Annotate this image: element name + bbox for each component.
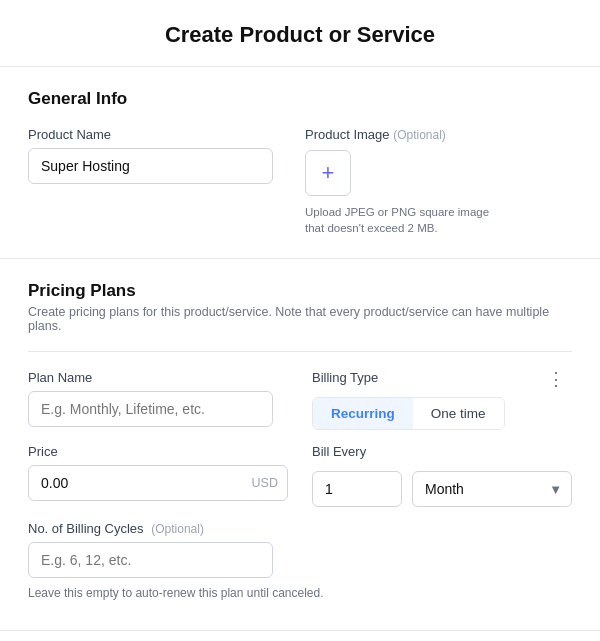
- plan-name-input[interactable]: [28, 391, 273, 427]
- billing-type-group: Billing Type Recurring One time: [312, 370, 572, 430]
- plan-name-group: Plan Name: [28, 370, 288, 427]
- plan-more-button[interactable]: ⋮: [541, 368, 572, 390]
- add-plan-section: + Add Another Plan: [0, 630, 600, 641]
- billing-cycles-input[interactable]: [28, 542, 273, 578]
- image-upload-button[interactable]: +: [305, 150, 351, 196]
- bill-every-group: Bill Every Day Week Month Year ▼: [312, 444, 572, 507]
- billing-type-label: Billing Type: [312, 370, 572, 385]
- plan-name-label: Plan Name: [28, 370, 288, 385]
- image-hint: Upload JPEG or PNG square image that doe…: [305, 204, 505, 236]
- product-name-group: Product Name: [28, 127, 273, 184]
- billing-cycles-group: No. of Billing Cycles (Optional): [28, 521, 273, 578]
- general-info-section: General Info Product Name Product Image …: [0, 67, 600, 258]
- pricing-plans-subtitle: Create pricing plans for this product/se…: [28, 305, 572, 333]
- bill-every-row: Day Week Month Year ▼: [312, 471, 572, 507]
- billing-cycles-label: No. of Billing Cycles (Optional): [28, 521, 273, 536]
- product-image-group: Product Image (Optional) + Upload JPEG o…: [305, 127, 505, 236]
- product-name-input[interactable]: [28, 148, 273, 184]
- product-image-label: Product Image (Optional): [305, 127, 505, 142]
- pricing-plans-title: Pricing Plans: [28, 281, 572, 301]
- billing-type-onetime-btn[interactable]: One time: [413, 398, 504, 429]
- plan-name-billing-row: Plan Name Billing Type Recurring One tim…: [28, 370, 572, 430]
- price-input[interactable]: [28, 465, 288, 501]
- price-bill-every-row: Price USD Bill Every Day Week Month Yea: [28, 444, 572, 507]
- bill-every-label: Bill Every: [312, 444, 572, 459]
- plan-card: ⋮ Plan Name Billing Type Recurring One t…: [28, 351, 572, 620]
- price-label: Price: [28, 444, 288, 459]
- product-name-label: Product Name: [28, 127, 273, 142]
- bill-every-input[interactable]: [312, 471, 402, 507]
- billing-type-toggle: Recurring One time: [312, 397, 505, 430]
- price-group: Price USD: [28, 444, 288, 501]
- billing-cycles-row: No. of Billing Cycles (Optional): [28, 521, 572, 578]
- price-input-wrap: USD: [28, 465, 288, 501]
- bill-every-select[interactable]: Day Week Month Year: [412, 471, 572, 507]
- page-title: Create Product or Service: [0, 0, 600, 66]
- pricing-plans-section: Pricing Plans Create pricing plans for t…: [0, 259, 600, 620]
- general-info-grid: Product Name Product Image (Optional) + …: [28, 127, 572, 236]
- billing-cycles-note: Leave this empty to auto-renew this plan…: [28, 586, 572, 600]
- general-info-title: General Info: [28, 89, 572, 109]
- billing-type-recurring-btn[interactable]: Recurring: [313, 398, 413, 429]
- bill-every-select-wrap: Day Week Month Year ▼: [412, 471, 572, 507]
- price-currency: USD: [252, 476, 278, 490]
